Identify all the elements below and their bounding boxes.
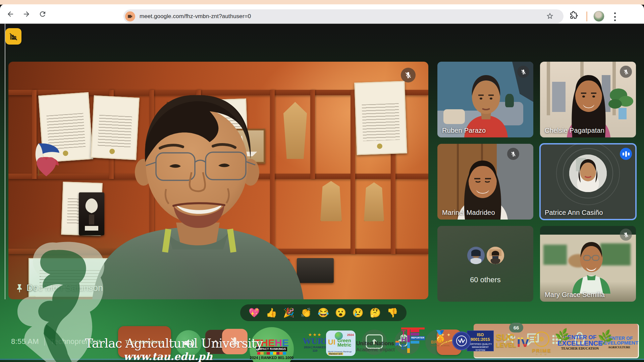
iso-medal-icon xyxy=(452,331,471,350)
mic-off-indicator xyxy=(517,66,529,78)
participant-tile-chelsie[interactable]: Chelsie Pagatpatan xyxy=(540,62,636,137)
university-website-overlay: www.tau.edu.ph xyxy=(123,351,213,362)
participant-person xyxy=(570,237,613,294)
participant-name: Mary Grace Semilla xyxy=(545,291,605,299)
logo-suc-level-iv: IV xyxy=(517,335,530,350)
wuri-rank: 2024 | RANKED 110 xyxy=(302,346,328,352)
reaction-thumbs-down[interactable]: 👎 xyxy=(387,307,398,318)
logo-un-academic-impact: United Nations Academic Impact xyxy=(356,341,400,352)
left-edge-line xyxy=(5,24,5,299)
bookmark-star-icon[interactable] xyxy=(546,12,554,22)
screen: meet.google.com/fhz-vmbn-znt?authuser=0 xyxy=(0,0,644,362)
reaction-thinking[interactable]: 🤔 xyxy=(370,307,381,318)
mic-off-indicator xyxy=(401,68,416,82)
logo-center-of-development: 🌿 CENTER OF DEVELOPMENT AGRICULTURE xyxy=(600,336,639,349)
reload-icon xyxy=(39,10,47,18)
reaction-bar: 💖 👍 🎉 👏 😂 😮 😢 🤔 👎 xyxy=(240,304,407,321)
camera-in-use-icon[interactable] xyxy=(125,11,135,21)
logo-bronze-global-school: 🏅 BRONZE GLOBAL SCHOOL xyxy=(428,330,453,355)
participant-count-badge: 66 xyxy=(509,323,523,333)
participant-name: Chelsie Pagatpatan xyxy=(545,127,604,134)
reaction-cry[interactable]: 😢 xyxy=(352,307,364,318)
participant-tile-marinel[interactable]: Marinel Madrideo xyxy=(437,144,533,220)
reporter-red-bar xyxy=(401,327,425,329)
url-text[interactable]: meet.google.com/fhz-vmbn-znt?authuser=0 xyxy=(140,13,251,20)
building-slash-icon xyxy=(9,32,18,41)
address-bar[interactable]: meet.google.com/fhz-vmbn-znt?authuser=0 xyxy=(123,9,564,23)
attendance-extension-icon[interactable] xyxy=(5,28,21,45)
impact-rank-label: 2024 | RANKED 801-1000 xyxy=(250,356,293,360)
unai-bookmark-icon xyxy=(395,341,399,347)
prime-medal-icon: ❁ xyxy=(534,331,549,347)
participant-avatar xyxy=(569,155,607,192)
speaking-audio-indicator xyxy=(620,148,632,160)
logo-the-reporter: T H E REPORTER xyxy=(401,329,427,357)
logo-wuri: ★★★ WURI 2024 | RANKED 110 xyxy=(302,332,328,352)
others-avatar xyxy=(467,247,485,264)
reaction-thumbs-up[interactable]: 👍 xyxy=(266,307,277,318)
university-name-overlay: Tarlac Agricultural University xyxy=(85,336,263,351)
participant-name: Marinel Madrideo xyxy=(442,209,495,217)
reload-button[interactable] xyxy=(37,8,48,20)
participant-tile-ruben[interactable]: Ruben Parazo xyxy=(437,62,533,137)
logo-iso-9001: ISO 9001:2015 CERTIFIED QUALITYMANAGEMEN… xyxy=(467,330,494,351)
reaction-clap[interactable]: 👏 xyxy=(301,307,312,318)
others-tile[interactable]: 60 others xyxy=(437,226,533,302)
reporter-label: REPORTER xyxy=(411,336,425,340)
greenmetric-ui: UI xyxy=(328,338,335,347)
forward-arrow-icon xyxy=(22,10,31,18)
mic-off-indicator xyxy=(620,66,632,78)
greenmetric-year: 2024 xyxy=(347,333,354,337)
mic-off-indicator xyxy=(620,229,632,241)
extensions-icon[interactable] xyxy=(570,11,578,21)
sdg-color-strip xyxy=(257,352,286,355)
logo-prime-hrm: ❁ PRIME H R M xyxy=(531,331,552,356)
participant-name: Ruben Parazo xyxy=(442,127,486,134)
participant-name: Patrice Ann Casiño xyxy=(545,209,603,217)
browser-menu-button[interactable] xyxy=(614,12,616,21)
participant-tile-mary[interactable]: Mary Grace Semilla xyxy=(540,226,636,302)
profile-avatar[interactable] xyxy=(593,11,604,22)
reaction-heart[interactable]: 💖 xyxy=(249,307,260,318)
logo-suc-level: SUC LEVEL xyxy=(496,334,516,349)
others-avatar xyxy=(487,247,504,264)
logo-center-of-excellence: 🌿 CENTER OF EXCELLENCE TEACHER EDUCATION xyxy=(557,335,602,350)
meet-page: Doc Mon Salunson Ruben Parazo xyxy=(0,24,644,362)
toolbar-divider xyxy=(586,11,587,21)
participant-tile-patrice[interactable]: Patrice Ann Casiño xyxy=(540,144,636,220)
browser-toolbar: meet.google.com/fhz-vmbn-znt?authuser=0 xyxy=(0,4,644,23)
others-count-label: 60 others xyxy=(437,276,533,284)
forward-button[interactable] xyxy=(21,8,32,20)
reaction-party[interactable]: 🎉 xyxy=(283,307,294,318)
reaction-surprised[interactable]: 😮 xyxy=(335,307,346,318)
wuri-name: WURI xyxy=(302,337,328,345)
back-arrow-icon xyxy=(6,10,14,18)
browser-tab-strip xyxy=(0,0,644,5)
greenmetric-rank: Ranked 324 xyxy=(328,353,343,355)
logo-ui-greenmetric: 2024 UI GreenMetric World University Ran… xyxy=(326,330,356,356)
reaction-laugh[interactable]: 😂 xyxy=(318,307,329,318)
mic-off-indicator xyxy=(507,148,519,160)
back-button[interactable] xyxy=(5,8,16,20)
